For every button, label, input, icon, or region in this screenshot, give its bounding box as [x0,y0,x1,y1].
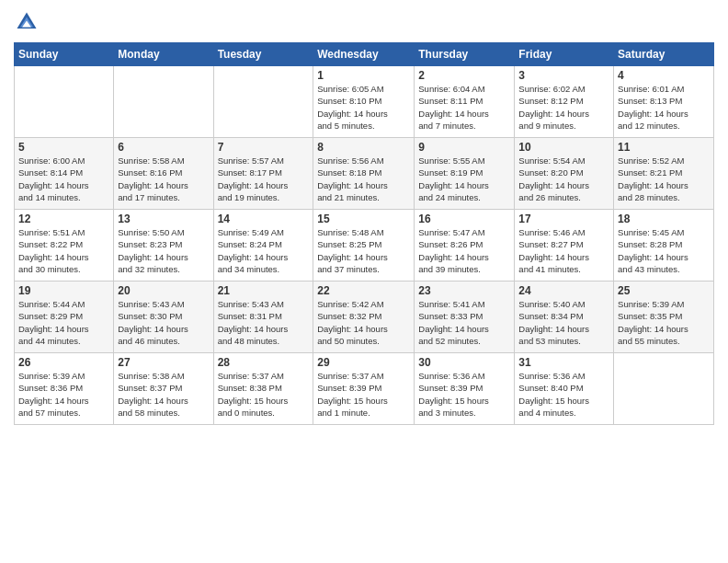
logo [14,9,43,35]
day-info: Sunrise: 5:40 AM Sunset: 8:34 PM Dayligh… [518,298,609,347]
calendar-cell: 30Sunrise: 5:36 AM Sunset: 8:39 PM Dayli… [415,353,515,425]
day-info: Sunrise: 5:41 AM Sunset: 8:33 PM Dayligh… [418,298,510,347]
day-number: 10 [518,141,609,154]
day-number: 6 [118,141,209,154]
calendar-cell: 21Sunrise: 5:43 AM Sunset: 8:31 PM Dayli… [213,282,313,353]
day-info: Sunrise: 5:52 AM Sunset: 8:21 PM Dayligh… [618,155,710,203]
calendar-cell: 19Sunrise: 5:44 AM Sunset: 8:29 PM Dayli… [15,282,114,353]
day-info: Sunrise: 5:58 AM Sunset: 8:16 PM Dayligh… [118,155,209,203]
day-info: Sunrise: 5:48 AM Sunset: 8:25 PM Dayligh… [317,226,410,275]
day-number: 30 [418,356,510,369]
calendar-header-tuesday: Tuesday [213,43,313,66]
calendar-cell [15,66,114,138]
day-number: 20 [118,284,209,297]
calendar-cell: 2Sunrise: 6:04 AM Sunset: 8:11 PM Daylig… [415,66,515,138]
day-info: Sunrise: 5:46 AM Sunset: 8:27 PM Dayligh… [518,226,609,275]
calendar-cell: 25Sunrise: 5:39 AM Sunset: 8:35 PM Dayli… [614,282,714,353]
calendar-week-5: 26Sunrise: 5:39 AM Sunset: 8:36 PM Dayli… [15,353,714,425]
day-info: Sunrise: 6:05 AM Sunset: 8:10 PM Dayligh… [317,83,410,132]
day-number: 23 [418,284,510,297]
calendar-cell: 6Sunrise: 5:58 AM Sunset: 8:16 PM Daylig… [114,138,213,210]
calendar-week-3: 12Sunrise: 5:51 AM Sunset: 8:22 PM Dayli… [15,210,714,282]
day-number: 3 [518,69,609,82]
calendar-cell: 1Sunrise: 6:05 AM Sunset: 8:10 PM Daylig… [313,66,415,138]
calendar-cell: 20Sunrise: 5:43 AM Sunset: 8:30 PM Dayli… [114,282,213,353]
day-info: Sunrise: 6:00 AM Sunset: 8:14 PM Dayligh… [18,155,109,203]
calendar-cell: 24Sunrise: 5:40 AM Sunset: 8:34 PM Dayli… [515,282,614,353]
calendar-week-2: 5Sunrise: 6:00 AM Sunset: 8:14 PM Daylig… [15,138,714,210]
day-info: Sunrise: 5:50 AM Sunset: 8:23 PM Dayligh… [118,226,209,275]
calendar-week-4: 19Sunrise: 5:44 AM Sunset: 8:29 PM Dayli… [15,282,714,353]
day-info: Sunrise: 5:44 AM Sunset: 8:29 PM Dayligh… [18,298,109,347]
day-info: Sunrise: 5:38 AM Sunset: 8:37 PM Dayligh… [118,370,209,419]
day-number: 17 [518,213,609,225]
calendar-cell [614,353,714,425]
calendar-header-sunday: Sunday [15,43,114,66]
day-number: 31 [518,356,609,369]
calendar-cell [213,66,313,138]
calendar-header-thursday: Thursday [415,43,515,66]
calendar-cell: 13Sunrise: 5:50 AM Sunset: 8:23 PM Dayli… [114,210,213,282]
day-info: Sunrise: 5:42 AM Sunset: 8:32 PM Dayligh… [317,298,410,347]
day-info: Sunrise: 5:54 AM Sunset: 8:20 PM Dayligh… [518,155,609,203]
calendar-cell: 23Sunrise: 5:41 AM Sunset: 8:33 PM Dayli… [415,282,515,353]
calendar-cell: 3Sunrise: 6:02 AM Sunset: 8:12 PM Daylig… [515,66,614,138]
day-number: 12 [18,213,109,225]
day-info: Sunrise: 5:49 AM Sunset: 8:24 PM Dayligh… [218,226,310,275]
day-info: Sunrise: 5:51 AM Sunset: 8:22 PM Dayligh… [18,226,109,275]
calendar-cell: 16Sunrise: 5:47 AM Sunset: 8:26 PM Dayli… [415,210,515,282]
day-number: 19 [18,284,109,297]
calendar-cell [114,66,213,138]
calendar-week-1: 1Sunrise: 6:05 AM Sunset: 8:10 PM Daylig… [15,66,714,138]
calendar-cell: 27Sunrise: 5:38 AM Sunset: 8:37 PM Dayli… [114,353,213,425]
day-number: 13 [118,213,209,225]
day-number: 29 [317,356,410,369]
day-number: 21 [218,284,310,297]
calendar-header-monday: Monday [114,43,213,66]
calendar-header-wednesday: Wednesday [313,43,415,66]
day-number: 22 [317,284,410,297]
day-info: Sunrise: 5:39 AM Sunset: 8:36 PM Dayligh… [18,370,109,419]
calendar-header-saturday: Saturday [614,43,714,66]
day-info: Sunrise: 6:02 AM Sunset: 8:12 PM Dayligh… [518,83,609,132]
day-info: Sunrise: 5:43 AM Sunset: 8:31 PM Dayligh… [218,298,310,347]
day-number: 18 [618,213,710,225]
day-info: Sunrise: 5:43 AM Sunset: 8:30 PM Dayligh… [118,298,209,347]
day-info: Sunrise: 5:36 AM Sunset: 8:39 PM Dayligh… [418,370,510,419]
day-info: Sunrise: 5:45 AM Sunset: 8:28 PM Dayligh… [618,226,710,275]
day-number: 25 [618,284,710,297]
day-number: 27 [118,356,209,369]
calendar-cell: 9Sunrise: 5:55 AM Sunset: 8:19 PM Daylig… [415,138,515,210]
calendar-cell: 17Sunrise: 5:46 AM Sunset: 8:27 PM Dayli… [515,210,614,282]
calendar-cell: 26Sunrise: 5:39 AM Sunset: 8:36 PM Dayli… [15,353,114,425]
calendar-cell: 7Sunrise: 5:57 AM Sunset: 8:17 PM Daylig… [213,138,313,210]
day-number: 8 [317,141,410,154]
header [14,9,714,35]
day-number: 11 [618,141,710,154]
calendar-cell: 12Sunrise: 5:51 AM Sunset: 8:22 PM Dayli… [15,210,114,282]
day-info: Sunrise: 6:01 AM Sunset: 8:13 PM Dayligh… [618,83,710,132]
day-number: 16 [418,213,510,225]
day-info: Sunrise: 5:47 AM Sunset: 8:26 PM Dayligh… [418,226,510,275]
day-info: Sunrise: 5:57 AM Sunset: 8:17 PM Dayligh… [218,155,310,203]
day-info: Sunrise: 5:36 AM Sunset: 8:40 PM Dayligh… [518,370,609,419]
calendar-cell: 14Sunrise: 5:49 AM Sunset: 8:24 PM Dayli… [213,210,313,282]
day-number: 14 [218,213,310,225]
day-info: Sunrise: 5:56 AM Sunset: 8:18 PM Dayligh… [317,155,410,203]
calendar-cell: 29Sunrise: 5:37 AM Sunset: 8:39 PM Dayli… [313,353,415,425]
day-number: 15 [317,213,410,225]
calendar-cell: 22Sunrise: 5:42 AM Sunset: 8:32 PM Dayli… [313,282,415,353]
day-number: 5 [18,141,109,154]
calendar-header-friday: Friday [515,43,614,66]
calendar-cell: 15Sunrise: 5:48 AM Sunset: 8:25 PM Dayli… [313,210,415,282]
calendar-cell: 11Sunrise: 5:52 AM Sunset: 8:21 PM Dayli… [614,138,714,210]
day-info: Sunrise: 6:04 AM Sunset: 8:11 PM Dayligh… [418,83,510,132]
page-container: SundayMondayTuesdayWednesdayThursdayFrid… [0,0,728,563]
calendar-cell: 18Sunrise: 5:45 AM Sunset: 8:28 PM Dayli… [614,210,714,282]
calendar-table: SundayMondayTuesdayWednesdayThursdayFrid… [14,42,714,425]
calendar-cell: 31Sunrise: 5:36 AM Sunset: 8:40 PM Dayli… [515,353,614,425]
calendar-header-row: SundayMondayTuesdayWednesdayThursdayFrid… [15,43,714,66]
day-number: 28 [218,356,310,369]
logo-icon [14,9,40,35]
day-number: 9 [418,141,510,154]
